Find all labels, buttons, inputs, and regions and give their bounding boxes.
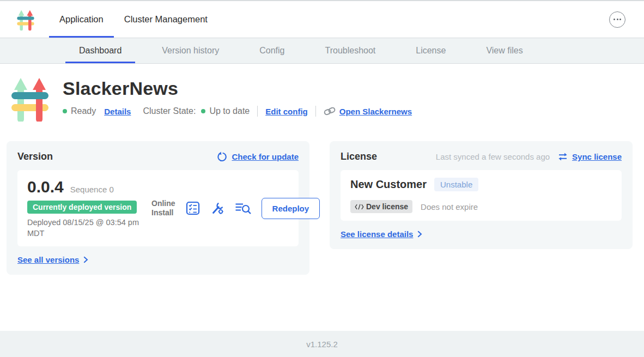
divider (315, 106, 316, 117)
view-logs-button[interactable] (235, 202, 251, 215)
cluster-state-label: Cluster State: (143, 106, 196, 116)
tab-label: License (416, 46, 446, 56)
app-logo-icon (9, 76, 51, 122)
open-app-link[interactable]: Open Slackernews (324, 107, 412, 116)
refresh-icon (217, 152, 228, 162)
license-type-label: Dev license (366, 202, 408, 211)
app-status-dot (63, 109, 67, 113)
redeploy-button[interactable]: Redeploy (262, 198, 320, 219)
topnav-logo (16, 1, 35, 38)
license-details-panel: New Customer Unstable Dev license Does n… (341, 170, 622, 221)
chevron-right-icon (83, 256, 88, 263)
preflight-checklist-icon (186, 201, 200, 215)
sync-license-link: Sync license (572, 152, 622, 161)
version-card: Version Check for update 0.0.4 Sequence … (7, 141, 309, 275)
topnav-tab-label: Cluster Management (124, 14, 208, 25)
see-license-details-link[interactable]: See license details (341, 229, 422, 239)
app-header: SlackerNews Ready Details Cluster State:… (9, 76, 644, 122)
last-synced-text: Last synced a few seconds ago (436, 152, 550, 161)
app-status-row: Ready Details Cluster State: Up to date … (63, 106, 412, 117)
check-for-update-action[interactable]: Check for update (217, 152, 299, 162)
console-version-text: v1.125.2 (306, 340, 338, 349)
topnav-tab-application[interactable]: Application (49, 1, 114, 38)
overflow-menu-button[interactable] (609, 11, 625, 28)
see-license-details-label: See license details (341, 229, 413, 239)
dashboard-cards: Version Check for update 0.0.4 Sequence … (7, 141, 637, 275)
license-type-badge: Dev license (350, 200, 412, 213)
sync-license-action[interactable]: Sync license (557, 152, 622, 161)
chain-link-icon (324, 107, 336, 116)
deployed-timestamp: Deployed 08/15/25 @ 03:54 pm MDT (27, 217, 144, 239)
topnav-tab-cluster-management[interactable]: Cluster Management (114, 1, 218, 38)
tab-label: View files (486, 46, 523, 56)
edit-config-link[interactable]: Edit config (265, 107, 308, 116)
chevron-right-icon (417, 231, 422, 238)
tab-dashboard[interactable]: Dashboard (65, 38, 135, 63)
slackernews-logo-icon (16, 9, 35, 31)
cluster-state-dot (201, 109, 205, 113)
tab-version-history[interactable]: Version history (148, 38, 233, 63)
customer-name: New Customer (350, 178, 427, 191)
license-card-title: License (341, 151, 377, 162)
config-wrench-icon (210, 201, 224, 215)
tab-config[interactable]: Config (246, 38, 298, 63)
top-navigation-bar: Application Cluster Management (0, 1, 644, 38)
topnav-spacer (218, 1, 609, 38)
tab-view-files[interactable]: View files (472, 38, 536, 63)
tab-label: Config (259, 46, 284, 56)
dashboard-main: SlackerNews Ready Details Cluster State:… (0, 64, 644, 275)
current-version-panel: 0.0.4 Sequence 0 Currently deployed vers… (17, 170, 299, 246)
cluster-state-value: Up to date (209, 106, 250, 116)
app-status-text: Ready (71, 106, 96, 116)
view-config-button[interactable] (210, 201, 224, 215)
page-title: SlackerNews (63, 78, 412, 99)
deployed-status-badge: Currently deployed version (27, 201, 137, 214)
install-type-label: Online Install (151, 199, 175, 218)
tab-troubleshoot[interactable]: Troubleshoot (311, 38, 389, 63)
tab-license[interactable]: License (402, 38, 459, 63)
logs-icon (235, 202, 251, 215)
sync-arrows-icon (557, 152, 568, 161)
topnav-tab-label: Application (59, 14, 104, 25)
version-card-title: Version (17, 151, 53, 162)
version-number: 0.0.4 (27, 178, 64, 196)
code-icon (355, 204, 364, 210)
ellipsis-icon (613, 19, 615, 20)
status-details-link[interactable]: Details (104, 107, 131, 116)
tab-label: Version history (162, 46, 219, 56)
tab-label: Dashboard (79, 46, 121, 56)
tab-label: Troubleshoot (325, 46, 375, 56)
divider (257, 106, 258, 117)
preflight-checks-button[interactable] (186, 201, 200, 215)
see-all-versions-label: See all versions (17, 255, 79, 264)
channel-badge: Unstable (434, 178, 478, 191)
open-app-link-label: Open Slackernews (339, 107, 412, 116)
console-footer: v1.125.2 (0, 331, 644, 357)
license-expiry-text: Does not expire (421, 202, 478, 211)
check-for-update-link: Check for update (232, 152, 299, 161)
see-all-versions-link[interactable]: See all versions (17, 255, 88, 264)
license-card: License Last synced a few seconds ago Sy… (330, 141, 633, 249)
app-sub-navigation: Dashboard Version history Config Trouble… (0, 38, 644, 64)
sequence-label: Sequence 0 (70, 185, 114, 194)
